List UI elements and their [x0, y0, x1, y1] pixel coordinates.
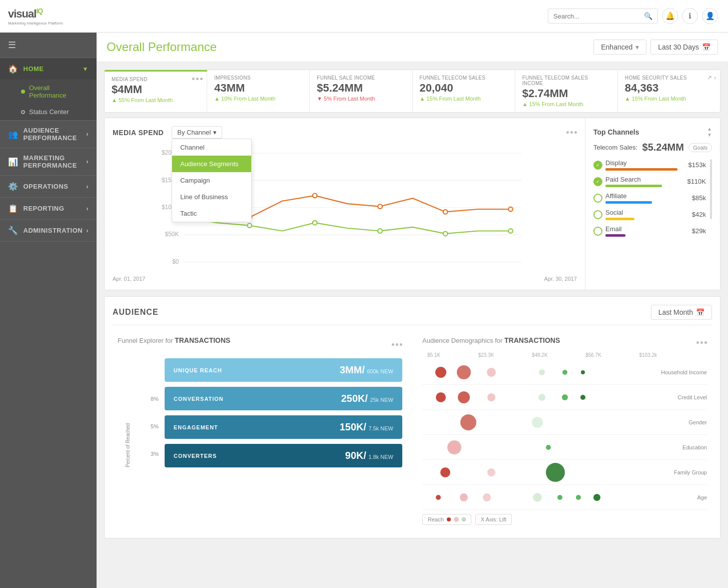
demo-row-education: Education — [422, 435, 707, 460]
funnel-metric: TRANSACTIONS — [175, 336, 230, 344]
svg-point-13 — [378, 204, 382, 209]
kpi-external-icons[interactable]: ↗ › — [707, 74, 716, 81]
sidebar-item-audience-performance[interactable]: 👥 AUDIENCE PERFORMANCE › — [0, 121, 97, 148]
arrow-right-icon[interactable]: › — [714, 74, 716, 81]
kpi-funnel-sale-change: ▼ 5% From Last Month — [317, 96, 405, 102]
search-input[interactable] — [553, 13, 644, 20]
demographics-chart: Audience Demographics for TRANSACTIONS $… — [417, 331, 712, 530]
demo-row-household-income: Household Income — [422, 360, 707, 385]
nav-section-admin: 🔧 ADMINISTRATION › — [0, 220, 97, 242]
search-icon[interactable]: 🔍 — [644, 12, 652, 20]
search-box[interactable]: 🔍 — [548, 9, 658, 24]
arrow-up-icon-2: ▲ — [214, 96, 220, 102]
kpi-telecom-sales-value: 20,040 — [420, 82, 508, 95]
demo-bubbles-age — [422, 485, 652, 510]
dropdown-item-line-of-business[interactable]: Line of Business — [172, 189, 251, 205]
nav-section-operations: ⚙️ OPERATIONS › — [0, 176, 97, 198]
audience-title: AUDIENCE — [113, 308, 159, 317]
notifications-icon[interactable]: 🔔 — [662, 8, 678, 24]
channel-dropdown-menu: Channel Audience Segments Campaign Line … — [172, 139, 252, 222]
bubble — [538, 394, 545, 401]
channel-social-name: Social — [605, 209, 689, 216]
dropdown-item-audience-segments[interactable]: Audience Segments — [172, 156, 251, 172]
channel-email: Email $29k — [593, 225, 706, 237]
funnel-options-button[interactable] — [392, 343, 402, 346]
sidebar-item-marketing-performance[interactable]: 📊 MARKETING PERFORMANCE › — [0, 148, 97, 175]
logo-tagline: Marketing Intelligence Platform — [8, 21, 63, 26]
channels-scrollbar[interactable] — [710, 159, 712, 219]
legend-dot-gray — [462, 517, 466, 521]
kpi-options-icon[interactable] — [192, 76, 203, 81]
sidebar-item-status-center[interactable]: Status Center — [0, 104, 97, 120]
view-mode-button[interactable]: Enhanced ▾ — [593, 40, 646, 55]
kpi-funnel-sale-income: FUNNEL SALE INCOME $5.24MM ▼ 5% From Las… — [310, 70, 412, 112]
header-controls: Enhanced ▾ Last 30 Days 📅 — [593, 40, 718, 55]
goals-button[interactable]: Goals — [688, 143, 712, 152]
nav-section-home: 🏠 HOME ▼ Overall Performance Status Cent… — [0, 58, 97, 121]
top-bar: 🔍 🔔 ℹ 👤 — [97, 0, 728, 33]
demo-options-button[interactable] — [696, 341, 707, 344]
media-spend-chart: MEDIA SPEND By Channel ▾ Channel Audienc… — [105, 118, 585, 290]
svg-point-20 — [443, 232, 448, 236]
funnel-bars: UNIQUE REACH 3MM/ 600k NEW CONVERSATION … — [165, 358, 402, 467]
date-range-button[interactable]: Last 30 Days 📅 — [650, 40, 718, 55]
kpi-home-security: ↗ › HOME SECURITY SALES 84,363 ▲ 15% Fro… — [618, 70, 720, 112]
channel-email-check[interactable] — [593, 227, 602, 236]
channel-paid-search-check[interactable]: ✓ — [593, 177, 602, 186]
chart-options-button[interactable] — [566, 131, 577, 134]
bubble — [487, 393, 495, 401]
audience-date-range-button[interactable]: Last Month 📅 — [651, 305, 712, 320]
sort-icons[interactable]: ▲ ▼ — [707, 126, 712, 138]
sidebar-item-reporting[interactable]: 📋 REPORTING › — [0, 198, 97, 219]
nav-section-reporting: 📋 REPORTING › — [0, 198, 97, 220]
bubble — [562, 370, 567, 375]
svg-point-18 — [313, 221, 317, 225]
kpi-media-spend: MEDIA SPEND $4MM ▲ 55% From Last Month — [105, 70, 207, 112]
channel-social-check[interactable] — [593, 210, 602, 219]
bubble — [576, 495, 581, 500]
bubble — [487, 368, 496, 377]
bubble — [562, 394, 568, 400]
funnel-bar-converters: CONVERTERS 90K/ 1.8k NEW — [165, 444, 402, 467]
sidebar-item-home[interactable]: 🏠 HOME ▼ — [0, 58, 97, 80]
bubble — [546, 445, 551, 450]
sidebar-item-overall-performance[interactable]: Overall Performance — [0, 80, 97, 104]
page-title: Overall Performance — [107, 40, 217, 54]
demo-label-education: Education — [652, 444, 707, 450]
channel-email-value: $29k — [692, 227, 706, 235]
kpi-media-spend-label: MEDIA SPEND — [112, 77, 200, 82]
user-avatar[interactable]: 👤 — [702, 8, 718, 24]
demo-bubble-chart: Household Income Credit Level — [422, 360, 707, 510]
operations-icon: ⚙️ — [8, 182, 19, 191]
sidebar-item-administration[interactable]: 🔧 ADMINISTRATION › — [0, 220, 97, 241]
external-link-icon[interactable]: ↗ — [707, 74, 712, 81]
chart-date-range: Apr. 01, 2017 Apr. 30, 2017 — [113, 276, 577, 282]
channel-affiliate-check[interactable] — [593, 194, 602, 203]
channel-display: ✓ Display $153k — [593, 159, 706, 171]
top-channels-title: Top Channels ▲ ▼ — [593, 126, 712, 138]
demo-label-household-income: Household Income — [652, 369, 707, 375]
sidebar-item-operations[interactable]: ⚙️ OPERATIONS › — [0, 176, 97, 197]
by-channel-dropdown[interactable]: By Channel ▾ — [172, 126, 222, 139]
active-dot-icon — [21, 90, 25, 94]
funnel-bar-conversation: CONVERSATION 250K/ 25k NEW — [165, 387, 402, 410]
dropdown-item-tactic[interactable]: Tactic — [172, 205, 251, 222]
demo-bubbles-family — [422, 460, 652, 485]
hamburger-menu[interactable]: ☰ — [0, 33, 97, 58]
dropdown-item-campaign[interactable]: Campaign — [172, 172, 251, 189]
sidebar-navigation: 🏠 HOME ▼ Overall Performance Status Cent… — [0, 58, 97, 588]
bubble — [557, 495, 562, 500]
kpi-home-security-change: ▲ 15% From Last Month — [625, 96, 713, 102]
kpi-media-spend-value: $4MM — [112, 83, 200, 96]
channel-display-check[interactable]: ✓ — [593, 161, 602, 170]
date-range-label: Last 30 Days — [658, 43, 699, 51]
channel-display-value: $153k — [688, 161, 706, 169]
channel-social: Social $42k — [593, 209, 706, 220]
telecom-label: Telecom Sales: — [593, 144, 637, 151]
dropdown-item-channel[interactable]: Channel — [172, 139, 251, 156]
info-icon[interactable]: ℹ — [682, 8, 698, 24]
funnel-bar-unique-reach: UNIQUE REACH 3MM/ 600k NEW — [165, 358, 402, 382]
audience-icon: 👥 — [8, 130, 19, 139]
kpi-funnel-sale-value: $5.24MM — [317, 82, 405, 95]
demo-bubbles-household — [422, 360, 652, 385]
